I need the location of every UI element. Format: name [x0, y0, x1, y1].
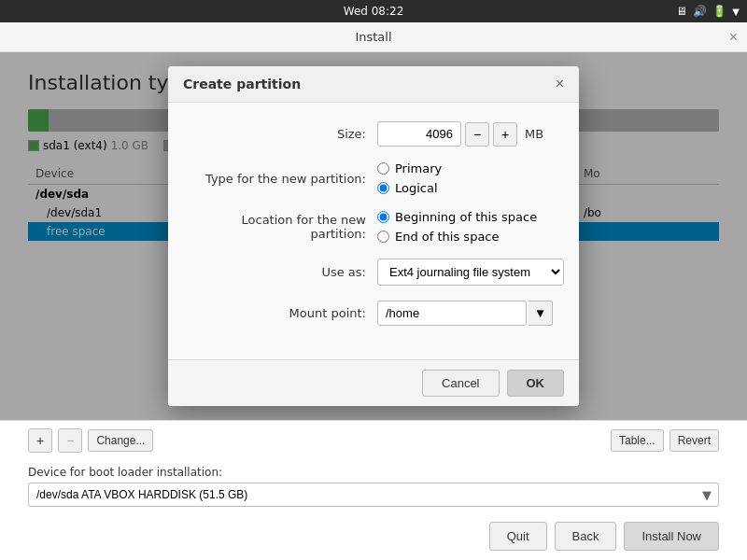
location-label: Location for the new partition:: [190, 213, 377, 241]
main-window: Install × Installation type sda1 (ext4) …: [0, 22, 747, 560]
modal-body: Size: − + MB Type for the new par: [168, 103, 579, 359]
revert-button[interactable]: Revert: [669, 429, 719, 452]
bottom-buttons: Quit Back Install Now: [0, 512, 747, 560]
mount-point-row: Mount point: ▼: [190, 301, 557, 326]
mount-point-label: Mount point:: [190, 306, 377, 320]
radio-end-input[interactable]: [377, 231, 389, 243]
size-row: Size: − + MB: [190, 121, 557, 147]
create-partition-modal: Create partition × Size: − + MB: [168, 66, 579, 406]
mount-point-control: ▼: [377, 301, 557, 326]
add-partition-button[interactable]: +: [28, 428, 52, 453]
radio-primary[interactable]: Primary: [377, 161, 557, 175]
window-titlebar: Install ×: [0, 22, 747, 52]
modal-overlay: Create partition × Size: − + MB: [0, 52, 747, 420]
size-decrease-button[interactable]: −: [465, 122, 489, 147]
battery-icon: 🔋: [712, 5, 726, 18]
arrow-down-icon: ▼: [732, 7, 740, 17]
use-as-row: Use as: Ext4 journaling file system: [190, 259, 557, 286]
quit-button[interactable]: Quit: [489, 522, 547, 551]
use-as-control: Ext4 journaling file system: [377, 259, 564, 286]
window-title: Install: [355, 30, 391, 44]
boot-section: Device for boot loader installation: /de…: [0, 460, 747, 512]
boot-select-wrapper: /dev/sda ATA VBOX HARDDISK (51.5 GB) ▼: [28, 483, 719, 507]
modal-header: Create partition ×: [168, 66, 579, 103]
mount-point-input[interactable]: [377, 301, 527, 326]
topbar-time: Wed 08:22: [344, 5, 404, 18]
modal-close-button[interactable]: ×: [556, 76, 564, 92]
size-control: − + MB: [377, 121, 557, 147]
radio-end-label: End of this space: [395, 230, 500, 244]
radio-logical[interactable]: Logical: [377, 181, 557, 195]
topbar: Wed 08:22 🖥 🔊 🔋 ▼: [0, 0, 747, 22]
monitor-icon: 🖥: [676, 5, 687, 18]
size-input-group: − + MB: [377, 121, 557, 147]
radio-beginning[interactable]: Beginning of this space: [377, 210, 557, 224]
radio-end[interactable]: End of this space: [377, 230, 557, 244]
use-as-select[interactable]: Ext4 journaling file system: [377, 259, 564, 286]
modal-footer: Cancel OK: [168, 359, 579, 406]
boot-loader-label: Device for boot loader installation:: [28, 466, 719, 479]
mount-point-dropdown-button[interactable]: ▼: [529, 301, 553, 326]
mount-group: ▼: [377, 301, 557, 326]
use-as-label: Use as:: [190, 265, 377, 279]
location-row: Location for the new partition: Beginnin…: [190, 210, 557, 244]
radio-primary-label: Primary: [395, 161, 442, 175]
mount-dropdown-arrow-icon: ▼: [534, 306, 546, 320]
window-close-button[interactable]: ×: [729, 30, 738, 45]
bottom-toolbar: + − Change... Table... Revert: [0, 420, 747, 460]
change-partition-button[interactable]: Change...: [88, 429, 153, 452]
partition-type-control: Primary Logical: [377, 161, 557, 195]
radio-beginning-input[interactable]: [377, 211, 389, 223]
size-unit: MB: [525, 127, 543, 141]
radio-logical-input[interactable]: [377, 182, 389, 194]
size-label: Size:: [190, 127, 377, 141]
topbar-icons: 🖥 🔊 🔋 ▼: [676, 5, 740, 18]
table-button[interactable]: Table...: [611, 429, 664, 452]
boot-loader-select[interactable]: /dev/sda ATA VBOX HARDDISK (51.5 GB): [28, 483, 719, 507]
partition-type-label: Type for the new partition:: [190, 172, 377, 186]
modal-cancel-button[interactable]: Cancel: [422, 370, 499, 397]
back-button[interactable]: Back: [555, 522, 617, 551]
modal-ok-button[interactable]: OK: [507, 370, 565, 397]
partition-type-radio-group: Primary Logical: [377, 161, 557, 195]
content-area: Installation type sda1 (ext4) 1.0 GB fre…: [0, 52, 747, 420]
location-control: Beginning of this space End of this spac…: [377, 210, 557, 244]
partition-type-row: Type for the new partition: Primary Logi…: [190, 161, 557, 195]
install-now-button[interactable]: Install Now: [624, 522, 719, 551]
radio-beginning-label: Beginning of this space: [395, 210, 537, 224]
location-radio-group: Beginning of this space End of this spac…: [377, 210, 557, 244]
radio-logical-label: Logical: [395, 181, 438, 195]
size-input[interactable]: [377, 121, 461, 147]
remove-partition-button[interactable]: −: [58, 428, 82, 453]
speaker-icon: 🔊: [693, 5, 707, 18]
size-increase-button[interactable]: +: [493, 122, 517, 147]
radio-primary-input[interactable]: [377, 162, 389, 175]
modal-title: Create partition: [183, 77, 301, 91]
